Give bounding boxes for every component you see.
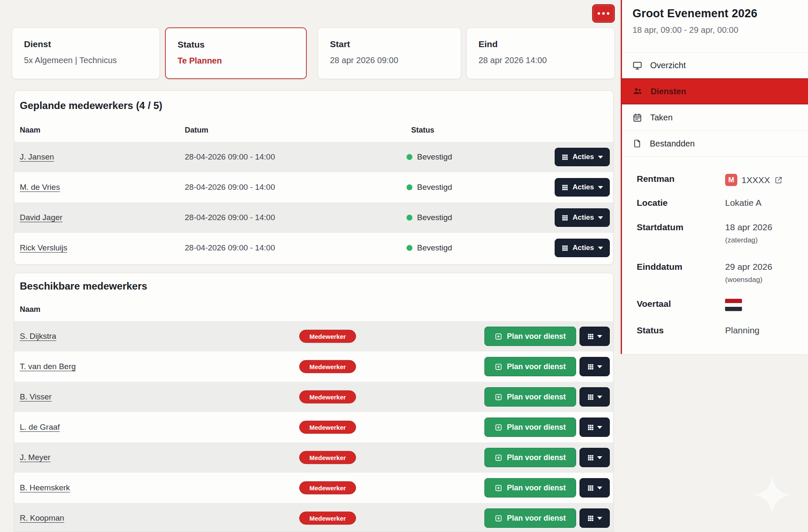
sidebar-item-label: Diensten: [651, 87, 686, 96]
card-value: 28 apr 2026 14:00: [478, 56, 614, 65]
row-actions-dropdown-button[interactable]: [579, 508, 610, 528]
event-title: Groot Evenement 2026: [633, 7, 758, 20]
monitor-icon: [633, 61, 642, 70]
sparkle-decoration: [753, 476, 792, 516]
ellipsis-icon: [598, 12, 600, 15]
grid-icon: [587, 394, 594, 401]
detail-row-startdatum: Startdatum 18 apr 2026 (zaterdag): [637, 222, 799, 245]
employee-name-link[interactable]: B. Visser: [20, 392, 52, 402]
plan-voor-dienst-button[interactable]: Plan voor dienst: [484, 448, 576, 467]
plus-square-icon: [494, 423, 502, 431]
status-text: Bevestigd: [417, 183, 452, 192]
acties-button[interactable]: Acties: [555, 178, 610, 197]
card-value: 28 apr 2026 09:00: [330, 56, 461, 65]
sidebar-item-label: Taken: [650, 113, 672, 122]
employee-name-link[interactable]: L. de Graaf: [20, 423, 60, 432]
row-actions-dropdown-button[interactable]: [579, 327, 610, 346]
grid-icon: [587, 484, 594, 492]
plan-voor-dienst-button[interactable]: Plan voor dienst: [484, 478, 576, 497]
caret-down-icon: [597, 426, 602, 429]
file-icon: [633, 139, 642, 148]
grid-icon: [587, 454, 594, 461]
plan-voor-dienst-button[interactable]: Plan voor dienst: [484, 357, 576, 376]
employee-name-link[interactable]: T. van den Berg: [20, 362, 76, 371]
medewerker-badge: Medewerker: [299, 360, 356, 373]
medewerker-badge: Medewerker: [299, 512, 356, 525]
plus-square-icon: [494, 484, 502, 492]
table-row: T. van den BergMedewerkerPlan voor diens…: [14, 351, 613, 382]
status-dot-icon: [407, 184, 412, 190]
acties-label: Acties: [572, 213, 594, 222]
detail-label: Status: [637, 325, 725, 335]
employee-name-link[interactable]: Rick Versluijs: [20, 243, 67, 253]
acties-button[interactable]: Acties: [555, 148, 610, 166]
detail-row-status: Status Planning: [637, 325, 799, 335]
summary-card-status: Status Te Plannen: [165, 27, 307, 79]
grid-icon: [561, 184, 569, 191]
employee-name-link[interactable]: M. de Vries: [20, 183, 60, 192]
grid-icon: [587, 424, 594, 431]
medewerker-badge: Medewerker: [299, 421, 356, 434]
grid-icon: [587, 333, 594, 340]
card-label: Start: [330, 39, 461, 49]
sidebar-item-label: Bestandden: [650, 139, 695, 149]
plan-voor-dienst-button[interactable]: Plan voor dienst: [484, 418, 576, 437]
planned-employees-section: Geplande medewerkers (4 / 5) Naam Datum …: [14, 90, 614, 265]
rentman-badge: M: [725, 174, 737, 186]
table-row: Rick Versluijs 28-04-2026 09:00 - 14:00 …: [14, 233, 613, 263]
caret-down-icon: [597, 396, 602, 399]
users-icon: [633, 86, 643, 96]
status-dot-icon: [407, 215, 412, 221]
acties-label: Acties: [572, 183, 594, 192]
card-value: 5x Algemeen | Technicus: [24, 56, 159, 65]
event-date-range: 18 apr, 09:00 - 29 apr, 00:00: [633, 25, 738, 35]
rentman-number-link[interactable]: 1XXXX: [742, 175, 770, 185]
card-label: Dienst: [24, 39, 159, 49]
sidebar-item-taken[interactable]: Taken: [622, 104, 808, 130]
employee-name-link[interactable]: David Jager: [20, 213, 62, 222]
table-row: B. VisserMedewerkerPlan voor dienst: [14, 382, 613, 412]
acties-label: Acties: [572, 153, 594, 161]
plan-voor-dienst-button[interactable]: Plan voor dienst: [484, 387, 576, 407]
table-row: J. Jansen 28-04-2026 09:00 - 14:00 Beves…: [14, 142, 613, 172]
external-link-icon[interactable]: [774, 176, 783, 184]
detail-label: Voertaal: [637, 299, 725, 311]
acties-label: Acties: [572, 244, 594, 252]
row-actions-dropdown-button[interactable]: [579, 448, 610, 467]
acties-button[interactable]: Acties: [555, 239, 610, 257]
employee-name-link[interactable]: S. Dijkstra: [20, 332, 56, 341]
employee-name-link[interactable]: J. Jansen: [20, 152, 54, 162]
plan-button-label: Plan voor dienst: [507, 423, 566, 432]
table-row: L. de GraafMedewerkerPlan voor dienst: [14, 412, 613, 442]
sidebar-item-diensten[interactable]: Diensten: [622, 78, 808, 104]
plan-button-label: Plan voor dienst: [507, 453, 566, 462]
plan-voor-dienst-button[interactable]: Plan voor dienst: [484, 508, 576, 528]
row-actions-dropdown-button[interactable]: [579, 478, 610, 497]
plus-square-icon: [494, 363, 502, 371]
plan-button-label: Plan voor dienst: [507, 362, 566, 371]
detail-label: Locatie: [637, 198, 725, 208]
caret-down-icon: [597, 365, 602, 368]
sidebar-nav: Overzicht Diensten Taken Bestandden: [622, 52, 808, 157]
employee-name-link[interactable]: J. Meyer: [20, 453, 50, 462]
caret-down-icon: [598, 156, 603, 159]
row-actions-dropdown-button[interactable]: [579, 418, 610, 437]
grid-icon: [587, 515, 594, 522]
shift-date: 28-04-2026 09:00 - 14:00: [185, 183, 275, 192]
column-header-datum: Datum: [185, 126, 208, 135]
more-options-button[interactable]: [592, 4, 615, 23]
detail-label: Startdatum: [637, 222, 725, 245]
sidebar-item-overzicht[interactable]: Overzicht: [622, 52, 808, 78]
row-actions-dropdown-button[interactable]: [579, 357, 610, 376]
acties-button[interactable]: Acties: [555, 208, 610, 227]
summary-card-eind: Eind 28 apr 2026 14:00: [466, 27, 615, 79]
sidebar-item-bestandden[interactable]: Bestandden: [622, 130, 808, 157]
employee-name-link[interactable]: B. Heemskerk: [20, 483, 70, 492]
row-actions-dropdown-button[interactable]: [579, 387, 610, 407]
detail-value: Lokatie A: [725, 198, 761, 208]
plan-voor-dienst-button[interactable]: Plan voor dienst: [484, 327, 576, 346]
detail-row-einddatum: Einddatum 29 apr 2026 (woensdag): [637, 262, 799, 284]
netherlands-flag: [725, 299, 742, 311]
employee-name-link[interactable]: R. Koopman: [20, 513, 64, 523]
table-row: R. KoopmanMedewerkerPlan voor dienst: [14, 503, 613, 532]
